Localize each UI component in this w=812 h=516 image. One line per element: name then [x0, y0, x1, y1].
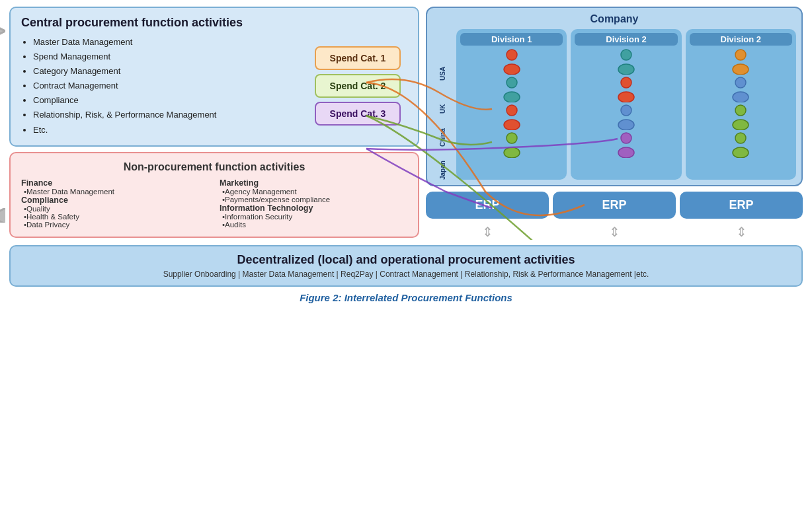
compliance-sub1: •Quality	[21, 205, 209, 213]
svg-point-24	[733, 147, 749, 158]
svg-point-1	[507, 50, 517, 60]
spend-cat-2-box: Spend Cat. 2	[315, 74, 401, 98]
division-1-col: Division 1	[456, 29, 567, 180]
erp-arrow-2: ⇕	[553, 224, 676, 240]
compliance-sub3: •Data Privacy	[21, 221, 209, 229]
division-1-persons	[460, 48, 563, 158]
division-3-title: Division 2	[690, 33, 792, 46]
spend-cats-container: Spend Cat. 1 Spend Cat. 2 Spend Cat. 3	[315, 35, 407, 137]
compliance-title: Compliance	[21, 196, 209, 205]
central-list: Master Data Management Spend Management …	[21, 35, 302, 137]
erp-row: ERP ERP ERP	[426, 192, 803, 219]
it-sub1: •Information Security	[220, 213, 407, 221]
list-item: Compliance	[33, 93, 302, 108]
svg-point-16	[618, 147, 634, 158]
svg-point-17	[735, 50, 746, 60]
division-1-title: Division 1	[460, 33, 563, 46]
bottom-subtitle: Supplier Onboarding | Master Data Manage…	[21, 270, 791, 279]
finance-sub1: •Master Data Management	[21, 188, 209, 196]
svg-point-9	[621, 50, 631, 60]
svg-point-2	[504, 64, 520, 75]
marketing-sub2: •Payments/expense compliance	[220, 196, 407, 203]
division-2-col: Division 2	[571, 29, 681, 180]
erp-arrow-3: ⇕	[680, 224, 803, 240]
erp-box-1: ERP	[426, 192, 549, 219]
svg-point-8	[504, 147, 520, 158]
non-proc-col1: Finance •Master Data Management Complian…	[21, 178, 209, 229]
erp-box-3: ERP	[680, 192, 803, 219]
list-item: Etc.	[33, 123, 302, 137]
svg-point-10	[618, 64, 634, 75]
svg-point-23	[735, 133, 746, 143]
list-item: Relationship, Risk, & Performance Manage…	[33, 108, 302, 122]
divisions-row: Division 1 Division 2	[456, 29, 796, 180]
finance-title: Finance	[21, 178, 209, 188]
compliance-sub2: •Health & Safety	[21, 213, 209, 221]
svg-point-15	[621, 133, 631, 143]
non-proc-title: Non-procurement function activities	[21, 161, 407, 173]
non-proc-grid: Finance •Master Data Management Complian…	[21, 178, 407, 229]
right-panel: Company USA UK China Japan Division 1	[426, 7, 803, 240]
division-3-col: Division 2	[686, 29, 796, 180]
svg-point-12	[618, 92, 634, 102]
region-uk: UK	[432, 81, 452, 114]
it-title: Information Technology	[220, 203, 407, 213]
erp-arrows: ⇕ ⇕ ⇕	[426, 224, 803, 240]
region-china: China	[432, 114, 452, 147]
marketing-sub1: •Agency Management	[220, 188, 407, 196]
svg-point-19	[735, 77, 746, 88]
central-procurement-box: Central procurement function activities …	[9, 7, 419, 147]
marketing-title: Marketing	[220, 178, 407, 188]
division-2-title: Division 2	[575, 33, 677, 46]
region-japan: Japan	[432, 147, 452, 180]
svg-point-5	[507, 105, 517, 116]
svg-point-20	[733, 92, 749, 102]
list-item: Spend Management	[33, 50, 302, 64]
erp-arrow-1: ⇕	[426, 224, 549, 240]
svg-point-21	[735, 105, 746, 116]
svg-point-11	[621, 77, 631, 88]
list-item: Category Management	[33, 64, 302, 79]
non-procurement-box: Non-procurement function activities Fina…	[9, 152, 419, 238]
bottom-title: Decentralized (local) and operational pr…	[21, 253, 791, 267]
svg-point-7	[507, 133, 517, 143]
spend-cat-3-box: Spend Cat. 3	[315, 102, 401, 126]
central-title: Central procurement function activities	[21, 16, 407, 30]
non-proc-col2: Marketing •Agency Management •Payments/e…	[220, 178, 407, 229]
bottom-bar: Decentralized (local) and operational pr…	[9, 245, 803, 287]
list-item: Master Data Management	[33, 35, 302, 50]
svg-point-3	[507, 77, 517, 88]
it-sub2: •Audits	[220, 221, 407, 229]
spend-cat-1-box: Spend Cat. 1	[315, 46, 401, 70]
division-2-persons	[575, 48, 677, 158]
vertical-double-arrow	[0, 7, 7, 240]
list-item: Contract Management	[33, 79, 302, 93]
svg-point-14	[618, 120, 634, 130]
figure-caption: Figure 2: Interrelated Procurement Funct…	[9, 292, 803, 303]
erp-box-2: ERP	[553, 192, 676, 219]
svg-point-4	[504, 92, 520, 102]
company-title: Company	[432, 13, 796, 25]
svg-point-18	[733, 64, 749, 75]
division-3-persons	[690, 48, 792, 158]
svg-point-13	[621, 105, 631, 116]
svg-point-6	[504, 120, 520, 130]
company-container: Company USA UK China Japan Division 1	[426, 7, 803, 186]
svg-point-22	[733, 120, 749, 130]
region-usa: USA	[432, 48, 452, 81]
